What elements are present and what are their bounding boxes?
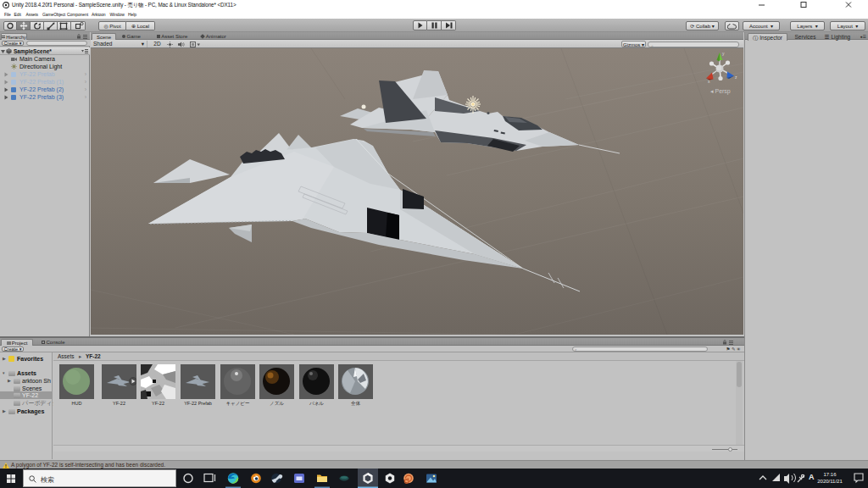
svg-text:◂ Persp: ◂ Persp [710,88,731,95]
